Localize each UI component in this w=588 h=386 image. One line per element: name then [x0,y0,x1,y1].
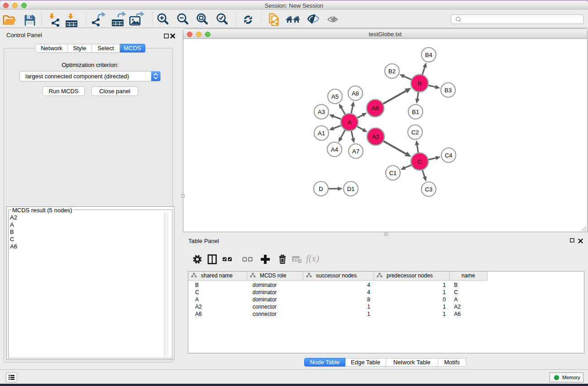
svg-text:A3: A3 [318,109,325,115]
svg-text:B1: B1 [412,109,419,115]
svg-text:A2: A2 [372,133,379,140]
svg-text:A5: A5 [331,93,339,100]
svg-text:D1: D1 [347,186,355,192]
svg-text:A8: A8 [352,90,359,97]
svg-text:A: A [348,119,352,126]
svg-text:A4: A4 [331,146,338,153]
svg-text:B4: B4 [425,52,432,58]
svg-text:B2: B2 [388,68,396,75]
svg-text:B: B [418,80,422,87]
svg-text:A6: A6 [372,105,379,112]
svg-text:B3: B3 [445,87,452,94]
svg-text:C: C [417,158,421,165]
svg-text:D: D [319,186,323,192]
svg-text:C3: C3 [425,186,433,193]
svg-text:C1: C1 [389,170,397,176]
svg-text:C4: C4 [445,152,453,159]
svg-text:C2: C2 [411,129,419,136]
svg-text:A7: A7 [352,148,359,155]
svg-text:A1: A1 [318,130,325,137]
